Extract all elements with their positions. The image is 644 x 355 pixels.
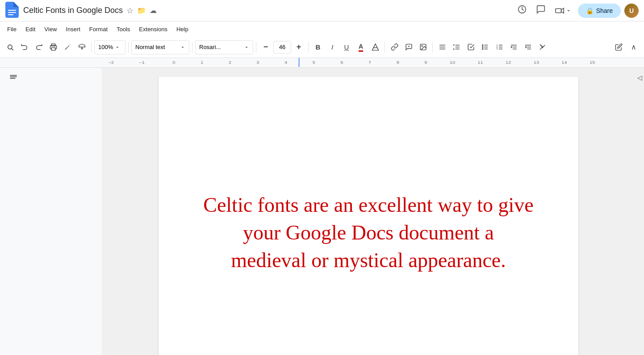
clear-format-button[interactable]	[535, 41, 549, 54]
separator-1	[91, 42, 92, 53]
undo-button[interactable]	[18, 41, 31, 54]
text-color-button[interactable]: A	[354, 41, 368, 54]
svg-text:9: 9	[424, 60, 427, 65]
svg-point-23	[482, 45, 483, 45]
svg-text:3: 3	[256, 60, 259, 65]
menu-insert[interactable]: Insert	[62, 24, 84, 34]
title-bar: Celtic Fonts in Google Docs ☆ 📁 ☁ 🔒 Shar…	[0, 0, 644, 21]
svg-text:8: 8	[397, 60, 400, 65]
cloud-save-icon: ☁	[150, 6, 157, 15]
underline-button[interactable]: U	[340, 41, 353, 54]
indent-increase-button[interactable]	[521, 41, 535, 54]
menu-edit[interactable]: Edit	[22, 24, 39, 34]
svg-rect-8	[51, 48, 55, 50]
svg-text:6: 6	[340, 60, 343, 65]
folder-icon[interactable]: 📁	[137, 6, 146, 15]
header-right: 🔒 Share U	[514, 2, 639, 19]
svg-text:7: 7	[368, 60, 372, 65]
document-area: Celtic fonts are an excellent way to giv…	[102, 68, 635, 355]
image-button[interactable]	[416, 41, 430, 54]
bold-button[interactable]: B	[311, 41, 325, 54]
svg-rect-1	[8, 12, 16, 13]
document-content[interactable]: Celtic fonts are an excellent way to giv…	[203, 191, 534, 274]
svg-text:1: 1	[201, 60, 204, 65]
svg-point-13	[421, 45, 422, 46]
search-button[interactable]	[4, 41, 17, 54]
zoom-dropdown[interactable]: 100%	[94, 40, 125, 54]
svg-rect-57	[298, 58, 300, 67]
svg-line-7	[12, 49, 13, 50]
svg-text:14: 14	[561, 60, 567, 65]
avatar[interactable]: U	[624, 4, 639, 18]
svg-rect-0	[8, 10, 16, 11]
highlight-button[interactable]	[368, 41, 382, 54]
spellcheck-button[interactable]	[61, 41, 74, 54]
link-button[interactable]	[388, 41, 401, 54]
collapse-sidebar-button[interactable]: ◁	[637, 74, 642, 81]
doc-title[interactable]: Celtic Fonts in Google Docs	[23, 6, 123, 15]
svg-text:0: 0	[172, 60, 176, 65]
svg-text:11: 11	[477, 60, 483, 65]
svg-point-25	[482, 49, 483, 50]
line-spacing-button[interactable]	[450, 41, 463, 54]
print-button[interactable]	[46, 41, 60, 54]
svg-marker-5	[561, 8, 564, 13]
history-icon[interactable]	[514, 2, 530, 19]
align-button[interactable]	[435, 41, 449, 54]
title-icons: ☆ 📁 ☁	[126, 6, 157, 16]
meet-icon[interactable]	[552, 3, 574, 18]
edit-mode-button[interactable]	[612, 41, 625, 54]
separator-3	[192, 42, 192, 53]
svg-rect-4	[555, 8, 561, 12]
comment-insert-button[interactable]	[402, 41, 415, 54]
numbered-list-button[interactable]: 123	[493, 41, 506, 54]
bullet-list-button[interactable]	[478, 41, 492, 54]
svg-rect-2	[8, 14, 13, 15]
ruler: −2 −1 0 1 2 3 4 5 6 7 8 9 10 11 12 13 14…	[0, 58, 644, 68]
separator-6	[385, 42, 385, 53]
outline-icon[interactable]	[9, 73, 18, 84]
menu-help[interactable]: Help	[173, 24, 192, 34]
redo-button[interactable]	[32, 41, 46, 54]
separator-7	[432, 42, 433, 53]
menu-format[interactable]: Format	[86, 24, 111, 34]
menu-tools[interactable]: Tools	[113, 24, 134, 34]
google-docs-icon	[5, 2, 19, 20]
star-icon[interactable]: ☆	[126, 6, 134, 16]
font-size-decrease[interactable]: −	[259, 41, 272, 54]
svg-text:−2: −2	[108, 60, 114, 65]
menu-view[interactable]: View	[41, 24, 60, 34]
share-button[interactable]: 🔒 Share	[578, 4, 621, 18]
svg-text:15: 15	[590, 60, 595, 65]
menu-bar: File Edit View Insert Format Tools Exten…	[0, 21, 644, 37]
svg-text:2: 2	[229, 60, 232, 65]
text-style-dropdown[interactable]: Normal text	[131, 40, 189, 54]
collapse-toolbar-button[interactable]: ∧	[627, 41, 640, 54]
svg-text:13: 13	[534, 60, 539, 65]
svg-text:3: 3	[496, 48, 498, 50]
font-dropdown[interactable]: Rosari...	[195, 40, 253, 54]
main-area: Celtic fonts are an excellent way to giv…	[0, 68, 644, 355]
svg-point-24	[482, 46, 483, 47]
separator-2	[128, 42, 129, 53]
svg-text:12: 12	[506, 60, 511, 65]
title-bar-left: Celtic Fonts in Google Docs ☆ 📁 ☁	[5, 2, 514, 20]
separator-5	[308, 42, 309, 53]
svg-text:4: 4	[284, 60, 288, 65]
lock-icon: 🔒	[586, 7, 594, 14]
font-size-container: − +	[259, 41, 305, 54]
svg-text:10: 10	[450, 60, 456, 65]
font-size-input[interactable]	[273, 41, 291, 54]
indent-decrease-button[interactable]	[507, 41, 520, 54]
menu-file[interactable]: File	[4, 24, 20, 34]
checklist-button[interactable]	[464, 41, 477, 54]
italic-button[interactable]: I	[326, 41, 339, 54]
font-size-increase[interactable]: +	[292, 41, 305, 54]
comment-icon[interactable]	[533, 2, 548, 19]
svg-point-6	[8, 45, 12, 49]
page[interactable]: Celtic fonts are an excellent way to giv…	[159, 77, 578, 355]
menu-extensions[interactable]: Extensions	[135, 24, 171, 34]
paint-format-button[interactable]	[75, 41, 88, 54]
svg-text:−1: −1	[139, 60, 145, 65]
separator-4	[256, 42, 256, 53]
